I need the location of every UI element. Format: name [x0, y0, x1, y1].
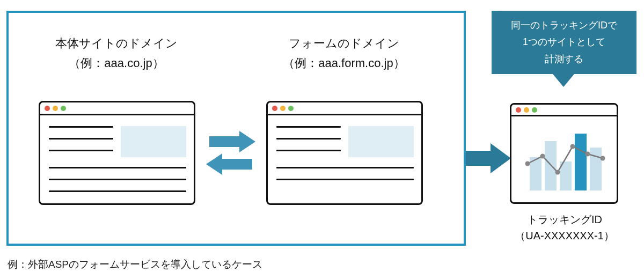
callout-line3: 計測する: [545, 54, 583, 64]
traffic-light-green-icon: [61, 106, 66, 111]
form-site-label: フォームのドメイン （例：aaa.form.co.jp）: [247, 33, 441, 74]
main-site-label: 本体サイトのドメイン （例：aaa.co.jp）: [19, 33, 214, 74]
browser-title-bar: [40, 102, 194, 115]
content-line: [276, 138, 341, 140]
browser-main-site: [39, 101, 195, 205]
browser-title-bar: [268, 102, 421, 115]
traffic-light-red-icon: [516, 107, 521, 113]
svg-point-11: [601, 156, 605, 161]
traffic-light-red-icon: [272, 106, 277, 111]
content-line: [276, 126, 341, 128]
svg-point-10: [586, 152, 590, 157]
svg-rect-0: [209, 136, 239, 147]
traffic-light-yellow-icon: [524, 107, 529, 113]
svg-marker-1: [239, 131, 255, 152]
content-line: [276, 179, 414, 180]
diagram-caption: 例：外部ASPのフォームサービスを導入しているケース: [8, 258, 262, 271]
content-line: [49, 126, 113, 128]
svg-point-9: [570, 144, 575, 149]
svg-rect-2: [222, 159, 252, 170]
traffic-light-yellow-icon: [53, 106, 58, 111]
traffic-light-green-icon: [532, 107, 537, 113]
callout-pointer-icon: [553, 74, 574, 87]
browser-title-bar: [511, 105, 617, 116]
content-image-placeholder: [348, 126, 414, 157]
tracking-label-text: トラッキングID: [527, 214, 602, 225]
analytics-chart: [511, 116, 617, 202]
browser-form-site: [266, 101, 423, 205]
svg-point-8: [555, 170, 560, 175]
svg-marker-5: [491, 143, 511, 173]
main-site-example: （例：aaa.co.jp）: [69, 56, 164, 70]
traffic-light-yellow-icon: [280, 106, 286, 111]
content-line: [49, 150, 113, 151]
tracking-id-label: トラッキングID （UA-XXXXXXX-1）: [493, 211, 636, 244]
chart-line-icon: [511, 116, 620, 205]
main-site-title: 本体サイトのドメイン: [55, 36, 178, 50]
callout-line2: 1つのサイトとして: [523, 36, 605, 47]
content-line: [49, 179, 186, 180]
content-line: [49, 190, 186, 192]
bidirectional-arrow: [204, 128, 258, 178]
content-line: [276, 150, 341, 151]
callout-line1: 同一のトラッキングIDで: [511, 20, 617, 31]
flow-arrow-icon: [466, 143, 511, 175]
content-line: [49, 167, 186, 168]
svg-marker-3: [206, 153, 222, 175]
form-site-title: フォームのドメイン: [289, 36, 399, 50]
content-image-placeholder: [121, 126, 186, 157]
form-site-example: （例：aaa.form.co.jp）: [283, 56, 405, 70]
tracking-example-text: （UA-XXXXXXX-1）: [515, 230, 614, 241]
svg-rect-4: [466, 151, 491, 166]
content-line: [49, 138, 113, 140]
svg-point-7: [540, 154, 545, 159]
content-line: [276, 167, 414, 168]
traffic-light-red-icon: [45, 106, 50, 111]
browser-analytics: [510, 103, 618, 204]
callout-box: 同一のトラッキングIDで 1つのサイトとして 計測する: [492, 11, 636, 74]
svg-point-6: [525, 161, 530, 166]
traffic-light-green-icon: [288, 106, 294, 111]
